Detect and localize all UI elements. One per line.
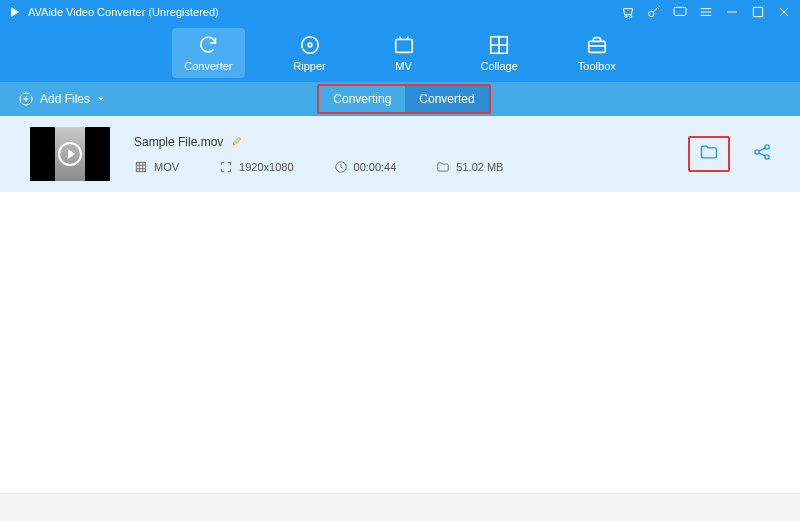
open-folder-button[interactable] xyxy=(688,136,730,172)
add-files-button[interactable]: Add Files xyxy=(18,91,106,107)
subbar: Add Files Converting Converted xyxy=(0,82,800,116)
play-logo-icon xyxy=(8,5,22,19)
svg-rect-4 xyxy=(753,7,762,16)
svg-point-6 xyxy=(308,43,312,47)
converter-icon xyxy=(197,34,219,56)
tab-toolbox-label: Toolbox xyxy=(578,60,616,72)
svg-point-1 xyxy=(630,16,632,18)
bottom-bar xyxy=(0,493,800,521)
edit-name-button[interactable] xyxy=(231,135,243,150)
size-value: 51.02 MB xyxy=(456,161,503,173)
file-meta: MOV 1920x1080 00:00:44 51.02 MB xyxy=(134,160,664,174)
video-thumbnail[interactable] xyxy=(30,127,110,181)
file-name: Sample File.mov xyxy=(134,135,223,149)
menu-icon[interactable] xyxy=(698,4,714,20)
tab-ripper-label: Ripper xyxy=(293,60,325,72)
duration-value: 00:00:44 xyxy=(354,161,397,173)
plus-circle-icon xyxy=(18,91,34,107)
tab-converter-label: Converter xyxy=(184,60,232,72)
film-icon xyxy=(134,160,148,174)
tab-collage[interactable]: Collage xyxy=(469,28,530,78)
toolbox-icon xyxy=(586,34,608,56)
cart-icon[interactable] xyxy=(620,4,636,20)
ripper-icon xyxy=(299,34,321,56)
meta-duration: 00:00:44 xyxy=(334,160,397,174)
window-controls xyxy=(620,4,792,20)
close-icon[interactable] xyxy=(776,4,792,20)
file-name-row: Sample File.mov xyxy=(134,135,664,150)
meta-resolution: 1920x1080 xyxy=(219,160,293,174)
key-icon[interactable] xyxy=(646,4,662,20)
share-icon xyxy=(752,142,772,162)
svg-point-5 xyxy=(301,37,318,54)
resolution-value: 1920x1080 xyxy=(239,161,293,173)
maximize-icon[interactable] xyxy=(750,4,766,20)
feedback-icon[interactable] xyxy=(672,4,688,20)
chevron-down-icon xyxy=(96,94,106,104)
titlebar: AVAide Video Converter (Unregistered) xyxy=(0,0,800,24)
mv-icon xyxy=(393,34,415,56)
file-actions xyxy=(688,136,772,172)
segment-converted[interactable]: Converted xyxy=(405,86,488,112)
share-button[interactable] xyxy=(752,142,772,166)
main-tabs: Converter Ripper MV Collage Toolbox xyxy=(0,24,800,82)
svg-rect-11 xyxy=(136,162,145,171)
svg-point-2 xyxy=(649,11,654,16)
tab-toolbox[interactable]: Toolbox xyxy=(566,28,628,78)
format-value: MOV xyxy=(154,161,179,173)
clock-icon xyxy=(334,160,348,174)
app-title: AVAide Video Converter (Unregistered) xyxy=(28,6,219,18)
file-info: Sample File.mov MOV 1920x1080 00:00:44 5… xyxy=(134,135,664,174)
add-files-label: Add Files xyxy=(40,92,90,106)
app-logo: AVAide Video Converter (Unregistered) xyxy=(8,5,219,19)
meta-format: MOV xyxy=(134,160,179,174)
pencil-icon xyxy=(231,135,243,147)
tab-mv[interactable]: MV xyxy=(375,28,433,78)
svg-rect-9 xyxy=(589,41,606,52)
tab-ripper[interactable]: Ripper xyxy=(281,28,339,78)
svg-point-0 xyxy=(625,16,627,18)
expand-icon xyxy=(219,160,233,174)
folder-icon xyxy=(436,160,450,174)
collage-icon xyxy=(488,34,510,56)
meta-size: 51.02 MB xyxy=(436,160,503,174)
file-row: Sample File.mov MOV 1920x1080 00:00:44 5… xyxy=(0,116,800,192)
minimize-icon[interactable] xyxy=(724,4,740,20)
segment-converting[interactable]: Converting xyxy=(319,86,405,112)
play-overlay-icon xyxy=(58,142,82,166)
svg-rect-7 xyxy=(395,40,412,53)
tab-mv-label: MV xyxy=(395,60,412,72)
tab-converter[interactable]: Converter xyxy=(172,28,244,78)
open-folder-icon xyxy=(698,142,720,162)
tab-collage-label: Collage xyxy=(481,60,518,72)
convert-status-segment: Converting Converted xyxy=(317,84,490,114)
